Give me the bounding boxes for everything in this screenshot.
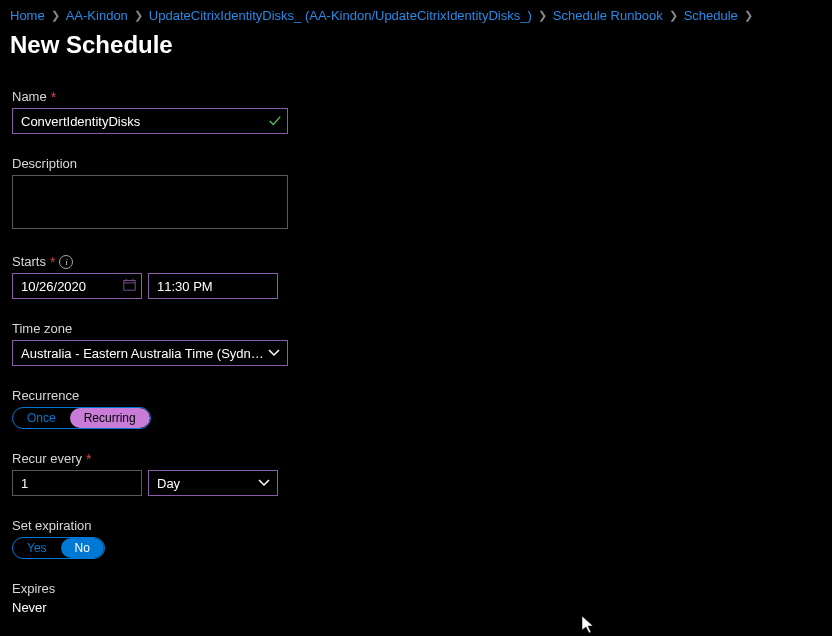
field-starts: Starts * i bbox=[12, 254, 822, 299]
recurrence-toggle: Once Recurring bbox=[12, 407, 151, 429]
name-label: Name bbox=[12, 89, 47, 104]
svg-rect-0 bbox=[124, 280, 135, 290]
recurrence-once[interactable]: Once bbox=[13, 408, 70, 428]
info-icon[interactable]: i bbox=[59, 255, 73, 269]
name-input[interactable] bbox=[12, 108, 288, 134]
recur-unit-value: Day bbox=[157, 476, 180, 491]
field-name: Name * bbox=[12, 89, 822, 134]
breadcrumb-runbook[interactable]: UpdateCitrixIdentityDisks_ (AA-Kindon/Up… bbox=[149, 8, 532, 23]
chevron-right-icon: ❯ bbox=[744, 9, 753, 22]
chevron-right-icon: ❯ bbox=[134, 9, 143, 22]
expiration-yes[interactable]: Yes bbox=[13, 538, 61, 558]
chevron-right-icon: ❯ bbox=[51, 9, 60, 22]
field-expires: Expires Never bbox=[12, 581, 822, 615]
breadcrumb-aakindon[interactable]: AA-Kindon bbox=[66, 8, 128, 23]
expiration-no[interactable]: No bbox=[61, 538, 104, 558]
cursor-icon bbox=[582, 616, 596, 636]
start-time-input[interactable] bbox=[148, 273, 278, 299]
new-schedule-form: Name * Description Starts * i bbox=[10, 89, 822, 615]
set-expiration-label: Set expiration bbox=[12, 518, 92, 533]
chevron-right-icon: ❯ bbox=[669, 9, 678, 22]
chevron-right-icon: ❯ bbox=[538, 9, 547, 22]
field-description: Description bbox=[12, 156, 822, 232]
timezone-value: Australia - Eastern Australia Time (Sydn… bbox=[21, 346, 264, 361]
timezone-label: Time zone bbox=[12, 321, 72, 336]
page-title: New Schedule bbox=[10, 31, 822, 59]
field-set-expiration: Set expiration Yes No bbox=[12, 518, 822, 559]
required-icon: * bbox=[86, 452, 91, 466]
recurrence-label: Recurrence bbox=[12, 388, 79, 403]
expires-label: Expires bbox=[12, 581, 55, 596]
recur-every-label: Recur every bbox=[12, 451, 82, 466]
breadcrumb-schedule[interactable]: Schedule bbox=[684, 8, 738, 23]
field-timezone: Time zone Australia - Eastern Australia … bbox=[12, 321, 822, 366]
description-label: Description bbox=[12, 156, 77, 171]
breadcrumb-home[interactable]: Home bbox=[10, 8, 45, 23]
breadcrumb-schedule-runbook[interactable]: Schedule Runbook bbox=[553, 8, 663, 23]
breadcrumb: Home ❯ AA-Kindon ❯ UpdateCitrixIdentityD… bbox=[10, 8, 822, 23]
field-recurrence: Recurrence Once Recurring bbox=[12, 388, 822, 429]
field-recur-every: Recur every * Day bbox=[12, 451, 822, 496]
description-input[interactable] bbox=[12, 175, 288, 229]
expiration-toggle: Yes No bbox=[12, 537, 105, 559]
timezone-select[interactable]: Australia - Eastern Australia Time (Sydn… bbox=[12, 340, 288, 366]
required-icon: * bbox=[50, 255, 55, 269]
recur-unit-select[interactable]: Day bbox=[148, 470, 278, 496]
starts-label: Starts bbox=[12, 254, 46, 269]
expires-value: Never bbox=[12, 600, 822, 615]
recurrence-recurring[interactable]: Recurring bbox=[70, 408, 150, 428]
check-icon bbox=[268, 114, 282, 128]
recur-count-input[interactable] bbox=[12, 470, 142, 496]
calendar-icon[interactable] bbox=[123, 278, 136, 294]
required-icon: * bbox=[51, 90, 56, 104]
